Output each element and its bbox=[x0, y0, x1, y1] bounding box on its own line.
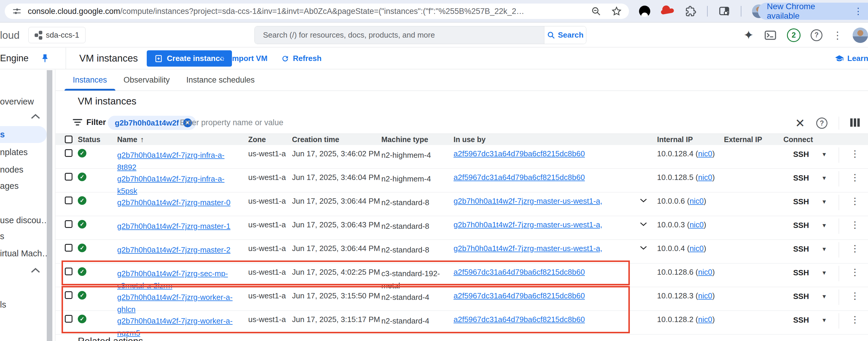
in-use-by-link[interactable]: g2b7h0h0a1t4w2f-7jzrg-master-us-west1-a, bbox=[454, 244, 602, 253]
table-row[interactable]: ✓ g2b7h0h0a1t4w2f-7jzrg-sec-mp-c3metal-a… bbox=[56, 263, 868, 287]
row-checkbox[interactable] bbox=[65, 149, 72, 157]
table-row[interactable]: ✓ g2b7h0h0a1t4w2f-7jzrg-master-1 us-west… bbox=[56, 216, 868, 240]
side-panel-search-icon[interactable] bbox=[718, 5, 730, 17]
project-selector[interactable]: sda-ccs-1 bbox=[28, 27, 86, 43]
in-use-by-link[interactable]: a2f5967dc31a64d79ba6cf8215dc8b60 bbox=[454, 315, 585, 324]
gemini-icon[interactable]: ✦ bbox=[743, 28, 754, 42]
ssh-dropdown-caret-icon[interactable]: ▼ bbox=[821, 269, 827, 276]
column-header-status[interactable]: Status bbox=[78, 135, 117, 144]
sidebar-item-spot-vms[interactable]: irtual Mach… bbox=[0, 249, 51, 258]
sidebar-item-machine-images[interactable]: ages bbox=[0, 181, 19, 191]
ssh-button-label[interactable]: SSH bbox=[793, 268, 809, 277]
row-more-menu-icon[interactable]: ⋮ bbox=[850, 149, 860, 159]
in-use-by-link[interactable]: a2f5967dc31a64d79ba6cf8215dc8b60 bbox=[454, 173, 585, 182]
nic-link[interactable]: nic0 bbox=[698, 149, 712, 158]
tab-instance-schedules[interactable]: Instance schedules bbox=[178, 69, 263, 91]
filter-help-icon[interactable]: ? bbox=[816, 117, 828, 129]
chevron-up-icon[interactable] bbox=[31, 113, 40, 119]
in-use-by-link[interactable]: a2f5967dc31a64d79ba6cf8215dc8b60 bbox=[454, 149, 585, 159]
notifications-button[interactable]: 2 bbox=[787, 28, 801, 42]
row-checkbox[interactable] bbox=[65, 291, 72, 299]
select-all-checkbox[interactable] bbox=[65, 136, 72, 143]
expand-chevron-icon[interactable] bbox=[634, 198, 647, 203]
sidebar-item-soletenant-nodes[interactable]: nodes bbox=[0, 165, 23, 175]
instance-name-link[interactable]: g2b7h0h0a1t4w2f-7jzrg-master-1 bbox=[117, 220, 248, 232]
filter-input[interactable]: Enter property name or value bbox=[180, 118, 283, 127]
learn-link[interactable]: Learn bbox=[835, 50, 868, 66]
column-header-machine-type[interactable]: Machine type bbox=[381, 135, 454, 144]
cloud-shell-icon[interactable] bbox=[764, 29, 777, 42]
refresh-button[interactable]: Refresh bbox=[281, 50, 321, 66]
ssh-dropdown-caret-icon[interactable]: ▼ bbox=[821, 175, 827, 181]
ssh-button-label[interactable]: SSH bbox=[793, 197, 809, 206]
ssh-button-label[interactable]: SSH bbox=[793, 245, 809, 254]
zoom-icon[interactable] bbox=[591, 6, 601, 16]
address-bar[interactable]: console.cloud.google.com/compute/instanc… bbox=[5, 4, 629, 19]
row-checkbox[interactable] bbox=[65, 315, 72, 323]
ssh-button-label[interactable]: SSH bbox=[793, 150, 809, 159]
row-checkbox[interactable] bbox=[65, 267, 72, 275]
in-use-by-link[interactable]: a2f5967dc31a64d79ba6cf8215dc8b60 bbox=[454, 267, 585, 277]
nic-link[interactable]: nic0 bbox=[698, 267, 712, 277]
extensions-puzzle-icon[interactable] bbox=[685, 5, 696, 17]
ssh-button-label[interactable]: SSH bbox=[793, 292, 809, 301]
column-header-internal-ip[interactable]: Internal IP bbox=[657, 135, 724, 144]
nic-link[interactable]: nic0 bbox=[698, 291, 712, 300]
column-header-in-use-by[interactable]: In use by bbox=[454, 135, 657, 144]
table-row[interactable]: ✓ g2b7h0h0a1t4w2f-7jzrg-master-2 us-west… bbox=[56, 240, 868, 263]
ssh-dropdown-caret-icon[interactable]: ▼ bbox=[821, 293, 827, 300]
table-row[interactable]: ✓ g2b7h0h0a1t4w2f-7jzrg-infra-a-8t892 us… bbox=[56, 145, 868, 169]
sidebar-item-instance-templates[interactable]: nplates bbox=[0, 147, 28, 157]
sidebar-item-instances[interactable]: s bbox=[0, 126, 47, 143]
extension-sphere-icon[interactable] bbox=[639, 6, 650, 17]
nic-link[interactable]: nic0 bbox=[690, 220, 704, 229]
chevron-up-icon[interactable] bbox=[31, 267, 40, 273]
instance-name-link[interactable]: g2b7h0h0a1t4w2f-7jzrg-master-2 bbox=[117, 244, 248, 256]
instance-name-link[interactable]: g2b7h0h0a1t4w2f-7jzrg-master-0 bbox=[117, 197, 248, 209]
nic-link[interactable]: nic0 bbox=[698, 315, 712, 324]
table-row[interactable]: ✓ g2b7h0h0a1t4w2f-7jzrg-master-0 us-west… bbox=[56, 192, 868, 216]
ssh-dropdown-caret-icon[interactable]: ▼ bbox=[821, 222, 827, 229]
tab-instances[interactable]: Instances bbox=[64, 69, 115, 91]
new-chrome-available-button[interactable]: New Chrome available ⋮ bbox=[758, 3, 868, 20]
expand-chevron-icon[interactable] bbox=[634, 222, 647, 226]
nic-link[interactable]: nic0 bbox=[690, 244, 704, 253]
row-checkbox[interactable] bbox=[65, 197, 72, 204]
row-more-menu-icon[interactable]: ⋮ bbox=[850, 173, 860, 182]
ssh-button-label[interactable]: SSH bbox=[793, 173, 809, 182]
sidebar-item-overview[interactable]: overview bbox=[0, 97, 34, 107]
row-checkbox[interactable] bbox=[65, 220, 72, 228]
row-more-menu-icon[interactable]: ⋮ bbox=[850, 267, 860, 277]
ssh-dropdown-caret-icon[interactable]: ▼ bbox=[821, 317, 827, 323]
search-button[interactable]: Search bbox=[544, 26, 586, 44]
import-vm-button[interactable]: Import VM bbox=[218, 50, 268, 66]
row-checkbox[interactable] bbox=[65, 173, 72, 180]
sidebar-item-fragment[interactable]: ls bbox=[0, 300, 6, 310]
sidebar-item-committed-use-discounts[interactable]: use discou… bbox=[0, 216, 50, 225]
console-search-bar[interactable]: Search (/) for resources, docs, products… bbox=[254, 26, 586, 44]
column-header-creation-time[interactable]: Creation time bbox=[292, 135, 381, 144]
in-use-by-link[interactable]: g2b7h0h0a1t4w2f-7jzrg-master-us-west1-a, bbox=[454, 197, 602, 206]
clear-filter-icon[interactable]: ✕ bbox=[795, 117, 805, 129]
site-info-icon[interactable] bbox=[12, 6, 22, 16]
tab-observability[interactable]: Observability bbox=[115, 69, 178, 91]
bookmark-star-icon[interactable] bbox=[611, 6, 622, 17]
browser-menu-icon[interactable]: ⋮ bbox=[854, 7, 863, 16]
console-more-menu-icon[interactable]: ⋮ bbox=[833, 30, 842, 40]
column-header-connect[interactable]: Connect bbox=[783, 135, 868, 144]
table-row[interactable]: ✓ g2b7h0h0a1t4w2f-7jzrg-worker-a-ghlcn u… bbox=[56, 287, 868, 311]
ssh-dropdown-caret-icon[interactable]: ▼ bbox=[821, 199, 827, 205]
in-use-by-link[interactable]: g2b7h0h0a1t4w2f-7jzrg-master-us-west1-a, bbox=[454, 220, 602, 229]
ssh-dropdown-caret-icon[interactable]: ▼ bbox=[821, 246, 827, 253]
search-input[interactable]: Search (/) for resources, docs, products… bbox=[255, 26, 544, 44]
ssh-dropdown-caret-icon[interactable]: ▼ bbox=[821, 151, 827, 158]
row-more-menu-icon[interactable]: ⋮ bbox=[850, 220, 860, 229]
extension-redhat-icon[interactable] bbox=[661, 8, 674, 15]
column-display-icon[interactable] bbox=[850, 118, 861, 128]
column-header-external-ip[interactable]: External IP bbox=[724, 135, 783, 144]
in-use-by-link[interactable]: a2f5967dc31a64d79ba6cf8215dc8b60 bbox=[454, 291, 585, 301]
nic-link[interactable]: nic0 bbox=[690, 197, 704, 205]
column-header-name[interactable]: Name↑ bbox=[117, 135, 248, 144]
row-more-menu-icon[interactable]: ⋮ bbox=[850, 315, 860, 324]
url-text[interactable]: console.cloud.google.com/compute/instanc… bbox=[28, 7, 586, 16]
